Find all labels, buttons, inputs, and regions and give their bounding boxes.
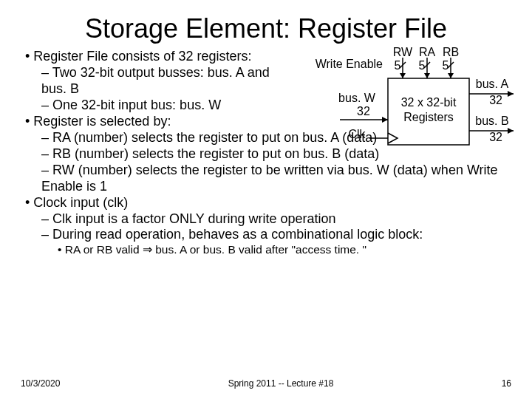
label-busb: bus. B (475, 115, 508, 127)
access-post: bus. A or bus. B valid after "access tim… (152, 243, 366, 256)
bullet-access-time: RA or RB valid ⇒ bus. A or bus. B valid … (58, 243, 507, 257)
svg-marker-14 (508, 91, 514, 97)
box-line1: 32 x 32-bit (401, 96, 457, 109)
bullet-clk-read: During read operation, behaves as a comb… (41, 227, 507, 243)
svg-marker-5 (424, 73, 430, 78)
svg-marker-2 (400, 73, 406, 78)
label-5-2: 5 (419, 59, 426, 72)
footer-page: 16 (502, 378, 511, 389)
label-rb: RB (443, 47, 459, 58)
label-write-enable: Write Enable (316, 58, 383, 70)
label-busa32: 32 (489, 94, 502, 106)
footer-date: 10/3/2020 (21, 378, 60, 389)
footer-mid: Spring 2011 -- Lecture #18 (228, 378, 334, 389)
svg-marker-8 (448, 73, 454, 78)
bullet-two-output: Two 32-bit output busses: bus. A and bus… (41, 65, 270, 98)
bullet-clock: Clock input (clk) (25, 195, 507, 211)
regfile-diagram: 32 x 32-bit Registers RW RA RB Write Ena… (266, 47, 517, 173)
label-ra: RA (419, 47, 436, 58)
label-busw: bus. W (338, 92, 376, 104)
label-busb32: 32 (489, 131, 502, 143)
label-clk: Clk (348, 128, 366, 140)
svg-marker-16 (508, 128, 514, 134)
label-rw: RW (393, 47, 413, 58)
box-line2: Registers (403, 111, 454, 123)
label-5-1: 5 (395, 59, 401, 72)
implies-icon: ⇒ (143, 243, 152, 256)
access-pre: RA or RB valid (65, 243, 143, 256)
bullet-one-input: One 32-bit input bus: bus. W (41, 98, 270, 114)
label-5-3: 5 (443, 59, 449, 72)
bullet-clk-write: Clk input is a factor ONLY during write … (41, 211, 507, 228)
slide-title: Storage Element: Register File (25, 13, 507, 44)
label-busa: bus. A (476, 78, 509, 90)
label-busw32: 32 (357, 105, 370, 117)
svg-marker-11 (382, 117, 388, 123)
